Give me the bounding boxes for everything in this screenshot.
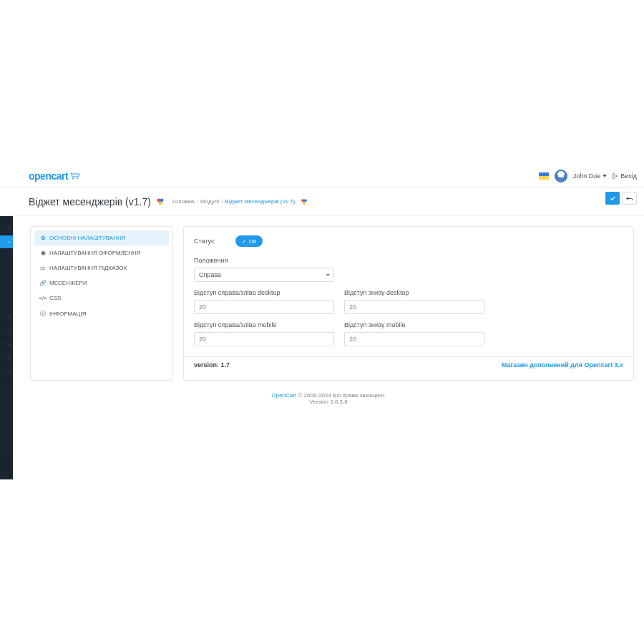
tab-info[interactable]: ⓘ Інформація (34, 306, 169, 322)
panel-footer: version: 1.7 Магазин дополнений для Open… (184, 356, 633, 371)
footer-version: Version 3.0.3.8 (13, 399, 644, 405)
module-icon-small (300, 198, 308, 205)
breadcrumb-modules[interactable]: Модулі (200, 198, 219, 205)
footer-brand-link[interactable]: OpenCart (272, 392, 297, 399)
rail-footer-item[interactable] (0, 459, 13, 469)
info-icon: ⓘ (40, 310, 46, 318)
topbar: opencart John Doe Вихід (0, 165, 644, 187)
tab-label: Налаштування підказок (49, 265, 127, 271)
svg-point-7 (303, 201, 306, 204)
tab-tooltips[interactable]: ▭ Налаштування підказок (34, 260, 169, 275)
breadcrumb: Головна › Модулі › Віджет месенджерів (v… (172, 198, 308, 205)
flag-ukraine-icon[interactable] (539, 172, 549, 180)
cart-icon (69, 172, 82, 180)
chat-icon: ▭ (40, 265, 46, 271)
breadcrumb-home[interactable]: Головна (172, 198, 194, 205)
logo[interactable]: opencart (29, 170, 82, 182)
logout-link[interactable]: Вихід (613, 172, 637, 180)
rail-footer-item[interactable] (0, 469, 13, 479)
margin-side-mobile-label: Відступ справа/зліва mobile (194, 321, 334, 328)
user-name: John Doe (573, 172, 601, 180)
save-button[interactable] (605, 192, 620, 205)
status-label: Статус (194, 238, 225, 245)
tab-appearance[interactable]: ◉ Налаштування оформлення (34, 245, 169, 260)
logo-text: opencart (29, 170, 68, 182)
margin-bottom-desktop-input[interactable] (344, 300, 484, 314)
back-button[interactable] (623, 192, 637, 205)
tab-label: Основні налаштування (49, 235, 125, 241)
margin-side-mobile-input[interactable] (194, 332, 334, 346)
margin-side-desktop-input[interactable] (194, 300, 334, 314)
margin-bottom-desktop-label: Відступ знизу desktop (344, 289, 484, 296)
caret-down-icon (602, 175, 607, 177)
reply-icon (626, 195, 633, 202)
module-icon (155, 197, 165, 206)
store-link[interactable]: Магазин дополнений для Opencart 3.x (502, 361, 623, 369)
position-select[interactable]: Справа (194, 268, 334, 282)
tab-label: Інформація (49, 311, 86, 317)
logout-icon (613, 173, 618, 179)
tab-label: Налаштування оформлення (49, 250, 141, 256)
toggle-on-label: ON (249, 239, 257, 244)
margin-bottom-mobile-label: Відступ знизу mobile (344, 321, 484, 328)
status-toggle[interactable]: ✓ ON (235, 235, 263, 247)
svg-point-0 (72, 177, 74, 179)
user-menu[interactable]: John Doe (573, 172, 608, 180)
form-panel: Статус ✓ ON Положення Справа Відступ спр… (183, 226, 634, 381)
logout-label: Вихід (620, 172, 637, 180)
breadcrumb-current: Віджет месенджерів (v1.7) (225, 198, 296, 205)
eye-icon: ◉ (40, 250, 46, 256)
footer-copyright: © 2009-2024 Всі права захищені. (296, 392, 385, 399)
gear-icon: ✿ (40, 235, 46, 241)
page-header: Віджет месенджерів (v1.7) Головна › Моду… (0, 187, 644, 216)
margin-side-desktop-label: Відступ справа/зліва desktop (194, 289, 334, 296)
code-icon: </> (40, 295, 46, 301)
position-label: Положення (194, 257, 623, 264)
check-icon (610, 195, 616, 202)
check-icon: ✓ (242, 238, 247, 245)
page-title: Віджет месенджерів (v1.7) (29, 196, 151, 208)
avatar[interactable] (555, 170, 567, 182)
link-icon: 🔗 (40, 280, 46, 286)
version-label: version: 1.7 (194, 361, 230, 369)
rail-footer-item[interactable] (0, 449, 13, 459)
svg-point-4 (158, 201, 162, 205)
tab-label: Месенжери (49, 280, 87, 286)
tab-css[interactable]: </> CSS (34, 291, 169, 306)
margin-bottom-mobile-input[interactable] (344, 332, 484, 346)
tab-label: CSS (49, 295, 61, 301)
tabs-panel: ✿ Основні налаштування ◉ Налаштування оф… (30, 226, 173, 381)
svg-point-1 (77, 177, 78, 179)
tab-main-settings[interactable]: ✿ Основні налаштування (34, 230, 169, 245)
tab-messengers[interactable]: 🔗 Месенжери (34, 275, 169, 291)
page-footer: OpenCart © 2009-2024 Всі права захищені.… (13, 392, 644, 405)
